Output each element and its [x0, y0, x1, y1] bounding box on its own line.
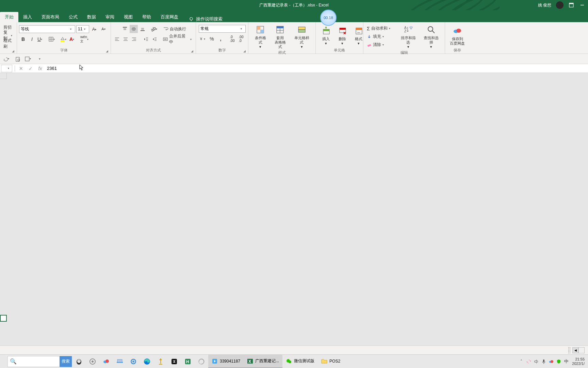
grow-font-button[interactable]: A▴ [90, 25, 98, 33]
delete-cells-button[interactable]: 删除▾ [334, 25, 350, 46]
fx-button[interactable]: fx [35, 65, 45, 72]
align-top-button[interactable] [121, 25, 129, 33]
font-size-select[interactable]: 11▾ [76, 25, 89, 33]
tell-me[interactable]: 操作说明搜索 [189, 16, 223, 22]
user-avatar-icon[interactable] [556, 1, 564, 9]
format-painter-button[interactable]: 格式刷 [2, 40, 15, 47]
worksheet-area[interactable] [0, 73, 588, 346]
insert-cells-button[interactable]: 插入▾ [318, 25, 334, 46]
tab-help[interactable]: 帮助 [137, 12, 156, 22]
bold-button[interactable]: B [19, 35, 27, 43]
selected-cell[interactable] [0, 315, 7, 322]
sort-filter-button[interactable]: AZ 排序和筛选▾ [397, 24, 420, 50]
undo-button[interactable]: ▾ [3, 55, 11, 63]
tab-baidu[interactable]: 百度网盘 [156, 12, 183, 22]
increase-decimal-button[interactable]: .0.00 [228, 35, 236, 43]
tab-review[interactable]: 审阅 [101, 12, 119, 22]
tb-qq-icon[interactable] [72, 355, 86, 368]
font-launcher[interactable]: ◢ [106, 49, 109, 53]
font-name-select[interactable]: 等线▾ [19, 25, 75, 33]
tb-app-excel[interactable]: X 广西重建记... [244, 355, 282, 368]
select-all-corner[interactable] [0, 73, 7, 79]
fill-button[interactable]: 填充▾ [365, 33, 397, 41]
tb-capcut-icon[interactable] [167, 355, 181, 368]
tb-explorer-icon[interactable] [113, 355, 127, 368]
user-name[interactable]: 姚 俊想 [538, 2, 551, 8]
ribbon-display-button[interactable] [568, 2, 574, 8]
tray-clock[interactable]: 21:55 2022/1/ [570, 357, 587, 366]
number-launcher[interactable]: ◢ [243, 49, 247, 53]
page-borders-button[interactable]: ▾ [24, 55, 33, 63]
timer-overlay[interactable]: 00.18 [320, 10, 337, 26]
clear-button[interactable]: 清除▾ [365, 41, 397, 49]
search-button[interactable]: 搜索 [60, 356, 72, 367]
tray-ime[interactable]: 中 [562, 355, 570, 368]
tray-sync-icon[interactable] [525, 355, 533, 368]
search-input[interactable] [19, 359, 60, 364]
alignment-launcher[interactable]: ◢ [191, 49, 194, 53]
conditional-format-button[interactable]: 条件格式▾ [250, 24, 270, 50]
tb-app-folder[interactable]: POS2 [318, 355, 344, 368]
phonetic-button[interactable]: wén文▾ [80, 35, 88, 43]
cancel-formula-button[interactable]: ✕ [16, 65, 26, 72]
tab-view[interactable]: 视图 [119, 12, 137, 22]
border-button[interactable]: ▾ [48, 35, 56, 43]
enter-formula-button[interactable]: ✓ [26, 65, 35, 72]
italic-button[interactable]: I [28, 35, 36, 43]
align-left-button[interactable] [113, 35, 121, 43]
tb-edge-icon[interactable] [140, 355, 154, 368]
merge-center-button[interactable]: 合并后居中▾ [163, 35, 194, 43]
align-right-button[interactable] [130, 35, 138, 43]
decrease-decimal-button[interactable]: .00.0 [237, 35, 245, 43]
horizontal-scrollbar[interactable]: ◀ [572, 347, 585, 353]
print-preview-button[interactable] [14, 55, 22, 63]
align-bottom-button[interactable] [138, 25, 147, 33]
tab-data[interactable]: 数据 [82, 12, 101, 22]
splitter-handle[interactable] [568, 347, 570, 353]
wrap-text-button[interactable]: 自动换行 [163, 25, 186, 33]
qat-customize-button[interactable]: ▾ [35, 55, 44, 63]
orientation-button[interactable]: ab▾ [151, 25, 159, 33]
tb-app-wechat[interactable]: 微信测试版 [282, 355, 318, 368]
percent-button[interactable]: % [208, 35, 216, 43]
currency-button[interactable]: ¥▾ [199, 35, 207, 43]
tab-insert[interactable]: 插入 [18, 12, 37, 22]
start-button[interactable] [0, 355, 7, 368]
tb-hbuilder-icon[interactable]: H [181, 355, 195, 368]
comma-button[interactable]: , [217, 35, 225, 43]
fill-color-button[interactable]: ▾ [60, 35, 68, 43]
tb-app4-icon[interactable] [195, 355, 208, 368]
name-box[interactable]: ▾ [1, 65, 12, 72]
tab-formulas[interactable]: 公式 [64, 12, 82, 22]
tray-chevron-icon[interactable]: ˄ [518, 355, 525, 368]
tb-app-todesk[interactable]: 339041187 [208, 355, 244, 368]
minimize-button[interactable] [579, 2, 585, 8]
indent-decrease-button[interactable] [142, 35, 150, 43]
cell-styles-button[interactable]: 单元格样式▾ [290, 24, 313, 50]
tray-volume-icon[interactable] [533, 355, 540, 368]
tb-app2-icon[interactable] [86, 355, 99, 368]
autosum-button[interactable]: Σ自动求和▾ [365, 25, 397, 32]
tb-browser1-icon[interactable] [127, 355, 140, 368]
tb-baidu-icon[interactable] [99, 355, 113, 368]
tab-home[interactable]: 开始 [0, 12, 18, 22]
scroll-left-button[interactable]: ◀ [572, 347, 578, 353]
font-color-button[interactable]: A▾ [69, 35, 77, 43]
tray-security-icon[interactable] [555, 355, 562, 368]
tray-mic-icon[interactable] [540, 355, 548, 368]
tb-app3-icon[interactable] [154, 355, 167, 368]
table-format-button[interactable]: 套用 表格格式 [270, 24, 290, 50]
clipboard-launcher[interactable]: ◢ [12, 49, 15, 53]
tray-cloud-icon[interactable] [548, 355, 555, 368]
number-format-select[interactable]: 常规▾ [199, 25, 246, 33]
underline-button[interactable]: U▾ [37, 35, 45, 43]
tab-layout[interactable]: 页面布局 [37, 12, 64, 22]
taskbar-search[interactable]: 🔍 搜索 [7, 356, 72, 367]
formula-input[interactable] [45, 65, 588, 72]
align-center-button[interactable] [121, 35, 129, 43]
shrink-font-button[interactable]: A▾ [99, 25, 108, 33]
indent-increase-button[interactable] [151, 35, 159, 43]
find-select-button[interactable]: 查找和选择▾ [420, 24, 443, 50]
align-middle-button[interactable] [130, 25, 138, 33]
save-baidu-button[interactable]: 保存到 百度网盘 [447, 25, 468, 46]
